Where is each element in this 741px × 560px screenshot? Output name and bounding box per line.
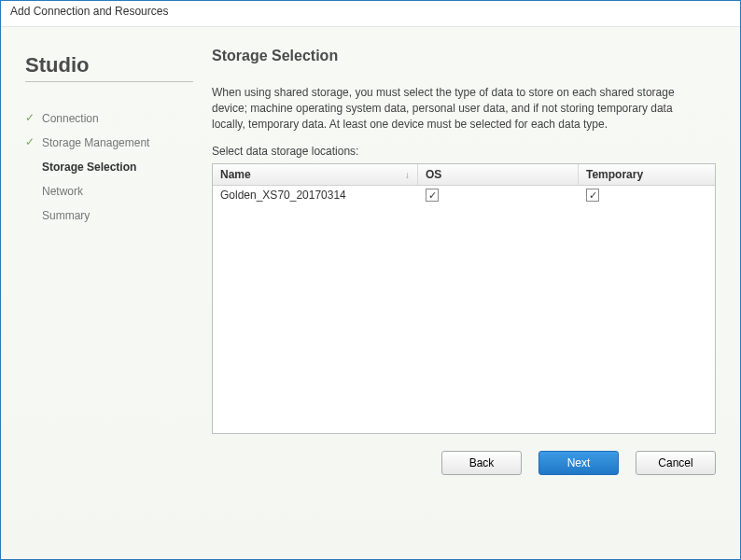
grid-header-row: Name ↓ OS Temporary <box>213 164 715 186</box>
wizard-step-network[interactable]: Network <box>25 179 193 203</box>
sort-arrow-icon: ↓ <box>405 170 410 180</box>
page-description: When using shared storage, you must sele… <box>212 85 697 132</box>
column-header-temporary[interactable]: Temporary <box>579 164 715 185</box>
column-header-os[interactable]: OS <box>418 164 579 185</box>
wizard-main: Storage Selection When using shared stor… <box>193 48 716 546</box>
wizard-step-storage-selection[interactable]: Storage Selection <box>25 155 193 179</box>
wizard-sidebar: Studio ConnectionStorage ManagementStora… <box>25 48 193 546</box>
storage-name-cell: Golden_XS70_20170314 <box>213 186 418 204</box>
wizard-step-storage-management[interactable]: Storage Management <box>25 131 193 155</box>
temporary-checkbox[interactable]: ✓ <box>586 189 599 202</box>
back-button[interactable]: Back <box>441 451 522 475</box>
wizard-content: Studio ConnectionStorage ManagementStora… <box>1 27 740 559</box>
column-header-name-label: Name <box>220 168 251 181</box>
wizard-step-connection[interactable]: Connection <box>25 106 193 131</box>
wizard-steps: ConnectionStorage ManagementStorage Sele… <box>25 106 193 228</box>
window-title: Add Connection and Resources <box>10 5 168 18</box>
page-heading: Storage Selection <box>212 48 716 64</box>
storage-grid: Name ↓ OS Temporary Golden_XS70_20170314… <box>212 163 716 434</box>
cancel-button[interactable]: Cancel <box>636 451 716 475</box>
next-button[interactable]: Next <box>538 451 619 475</box>
storage-os-cell: ✓ <box>418 186 579 204</box>
grid-body: Golden_XS70_20170314✓✓ <box>213 186 715 433</box>
sidebar-divider <box>25 81 193 82</box>
wizard-footer: Back Next Cancel <box>212 434 716 479</box>
os-checkbox[interactable]: ✓ <box>426 189 439 202</box>
wizard-step-summary[interactable]: Summary <box>25 203 193 228</box>
storage-subheading: Select data storage locations: <box>212 145 716 158</box>
sidebar-title: Studio <box>25 53 193 77</box>
column-header-temporary-label: Temporary <box>586 168 643 181</box>
column-header-name[interactable]: Name ↓ <box>213 164 418 185</box>
table-row[interactable]: Golden_XS70_20170314✓✓ <box>213 186 715 204</box>
storage-temporary-cell: ✓ <box>579 186 715 204</box>
column-header-os-label: OS <box>426 168 441 181</box>
window-titlebar: Add Connection and Resources <box>1 1 740 27</box>
